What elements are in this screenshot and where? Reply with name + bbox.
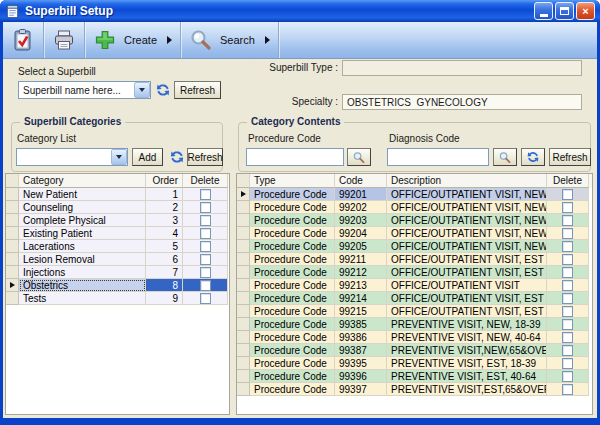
print-button[interactable] bbox=[44, 22, 85, 58]
delete-checkbox[interactable] bbox=[562, 319, 573, 330]
delete-checkbox[interactable] bbox=[562, 189, 573, 200]
table-row[interactable]: Procedure Code99211OFFICE/OUTPATIENT VIS… bbox=[237, 253, 592, 266]
save-button[interactable] bbox=[3, 22, 44, 58]
procedure-code-search-button[interactable] bbox=[347, 148, 371, 166]
table-row[interactable]: Procedure Code99205OFFICE/OUTPATIENT VIS… bbox=[237, 240, 592, 253]
procedure-code-input[interactable] bbox=[246, 148, 344, 166]
delete-checkbox[interactable] bbox=[562, 358, 573, 369]
chevron-down-icon[interactable] bbox=[134, 82, 150, 98]
delete-checkbox[interactable] bbox=[200, 215, 211, 226]
row-selector bbox=[237, 279, 250, 292]
table-row[interactable]: Procedure Code99397PREVENTIVE VISIT,EST,… bbox=[237, 383, 592, 396]
table-row[interactable]: Procedure Code99386PREVENTIVE VISIT, NEW… bbox=[237, 331, 592, 344]
row-selector-header bbox=[6, 174, 19, 188]
order-cell: 6 bbox=[146, 253, 183, 266]
category-list-combo[interactable] bbox=[16, 148, 128, 166]
superbill-type-field[interactable] bbox=[342, 60, 582, 76]
table-row[interactable]: Procedure Code99203OFFICE/OUTPATIENT VIS… bbox=[237, 214, 592, 227]
delete-checkbox[interactable] bbox=[200, 189, 211, 200]
delete-checkbox[interactable] bbox=[200, 254, 211, 265]
delete-checkbox[interactable] bbox=[200, 241, 211, 252]
code-cell: 99213 bbox=[335, 279, 387, 292]
chevron-down-icon[interactable] bbox=[111, 149, 127, 165]
row-selector bbox=[6, 279, 19, 292]
table-row[interactable]: Procedure Code99214OFFICE/OUTPATIENT VIS… bbox=[237, 292, 592, 305]
column-header-category[interactable]: Category bbox=[19, 174, 146, 188]
delete-checkbox[interactable] bbox=[200, 202, 211, 213]
refresh-button-label: Refresh bbox=[553, 152, 588, 163]
delete-cell bbox=[183, 214, 228, 227]
delete-checkbox[interactable] bbox=[562, 384, 573, 395]
contents-refresh-button[interactable]: Refresh bbox=[549, 148, 591, 166]
delete-checkbox[interactable] bbox=[562, 306, 573, 317]
delete-checkbox[interactable] bbox=[562, 371, 573, 382]
delete-cell bbox=[547, 188, 589, 201]
category-cell: Lesion Removal bbox=[19, 253, 146, 266]
specialty-field[interactable] bbox=[342, 94, 582, 110]
superbill-refresh-button[interactable]: Refresh bbox=[174, 81, 221, 99]
column-header-code[interactable]: Code bbox=[335, 174, 387, 188]
minimize-button[interactable] bbox=[534, 2, 553, 20]
delete-cell bbox=[547, 318, 589, 331]
categories-table-header: Category Order Delete bbox=[6, 174, 229, 188]
delete-checkbox[interactable] bbox=[562, 280, 573, 291]
create-button[interactable]: Create bbox=[85, 22, 181, 58]
search-button-label: Search bbox=[220, 34, 255, 46]
add-category-button[interactable]: Add bbox=[132, 148, 163, 166]
table-row[interactable]: Procedure Code99213OFFICE/OUTPATIENT VIS… bbox=[237, 279, 592, 292]
delete-cell bbox=[183, 188, 228, 201]
contents-refresh-icon-button[interactable] bbox=[521, 148, 545, 166]
table-row[interactable]: Procedure Code99395PREVENTIVE VISIT, EST… bbox=[237, 357, 592, 370]
code-cell: 99202 bbox=[335, 201, 387, 214]
delete-checkbox[interactable] bbox=[200, 267, 211, 278]
column-header-type[interactable]: Type bbox=[250, 174, 335, 188]
table-row[interactable]: Procedure Code99215OFFICE/OUTPATIENT VIS… bbox=[237, 305, 592, 318]
close-button[interactable]: × bbox=[576, 2, 595, 20]
table-row[interactable]: Procedure Code99387PREVENTIVE VISIT,NEW,… bbox=[237, 344, 592, 357]
delete-checkbox[interactable] bbox=[562, 293, 573, 304]
delete-checkbox[interactable] bbox=[562, 267, 573, 278]
table-row[interactable]: New Patient1 bbox=[6, 188, 229, 201]
delete-checkbox[interactable] bbox=[200, 293, 211, 304]
delete-checkbox[interactable] bbox=[562, 202, 573, 213]
delete-checkbox[interactable] bbox=[200, 280, 211, 291]
categories-refresh-button[interactable]: Refresh bbox=[187, 148, 223, 166]
table-row[interactable]: Counseling2 bbox=[6, 201, 229, 214]
table-row[interactable]: Procedure Code99212OFFICE/OUTPATIENT VIS… bbox=[237, 266, 592, 279]
maximize-button[interactable] bbox=[555, 2, 574, 20]
delete-checkbox[interactable] bbox=[562, 332, 573, 343]
delete-checkbox[interactable] bbox=[562, 228, 573, 239]
delete-checkbox[interactable] bbox=[562, 254, 573, 265]
table-row[interactable]: Lacerations5 bbox=[6, 240, 229, 253]
table-row[interactable]: Procedure Code99204OFFICE/OUTPATIENT VIS… bbox=[237, 227, 592, 240]
delete-cell bbox=[547, 227, 589, 240]
table-row[interactable]: Tests9 bbox=[6, 292, 229, 305]
column-header-delete[interactable]: Delete bbox=[547, 174, 589, 188]
table-row[interactable]: Injections7 bbox=[6, 266, 229, 279]
table-row[interactable]: Procedure Code99396PREVENTIVE VISIT, EST… bbox=[237, 370, 592, 383]
column-header-delete[interactable]: Delete bbox=[183, 174, 228, 188]
row-selector bbox=[237, 383, 250, 396]
code-cell: 99395 bbox=[335, 357, 387, 370]
table-row[interactable]: Existing Patient4 bbox=[6, 227, 229, 240]
search-button[interactable]: Search bbox=[181, 22, 279, 58]
column-header-description[interactable]: Description bbox=[387, 174, 547, 188]
create-menu-arrow-icon[interactable] bbox=[167, 36, 172, 44]
table-row[interactable]: Procedure Code99385PREVENTIVE VISIT, NEW… bbox=[237, 318, 592, 331]
table-row[interactable]: Complete Physical3 bbox=[6, 214, 229, 227]
superbill-combo[interactable]: Superbill name here... bbox=[18, 81, 151, 99]
table-row[interactable]: Procedure Code99202OFFICE/OUTPATIENT VIS… bbox=[237, 201, 592, 214]
table-row[interactable]: Procedure Code99201OFFICE/OUTPATIENT VIS… bbox=[237, 188, 592, 201]
table-row[interactable]: Lesion Removal6 bbox=[6, 253, 229, 266]
table-row[interactable]: Obstetrics8 bbox=[6, 279, 229, 292]
row-selector bbox=[237, 253, 250, 266]
column-header-order[interactable]: Order bbox=[146, 174, 183, 188]
delete-checkbox[interactable] bbox=[562, 241, 573, 252]
delete-checkbox[interactable] bbox=[200, 228, 211, 239]
search-menu-arrow-icon[interactable] bbox=[265, 36, 270, 44]
titlebar[interactable]: Superbill Setup × bbox=[0, 0, 600, 22]
delete-checkbox[interactable] bbox=[562, 345, 573, 356]
delete-checkbox[interactable] bbox=[562, 215, 573, 226]
diagnosis-code-search-button[interactable] bbox=[493, 148, 517, 166]
diagnosis-code-input[interactable] bbox=[387, 148, 489, 166]
